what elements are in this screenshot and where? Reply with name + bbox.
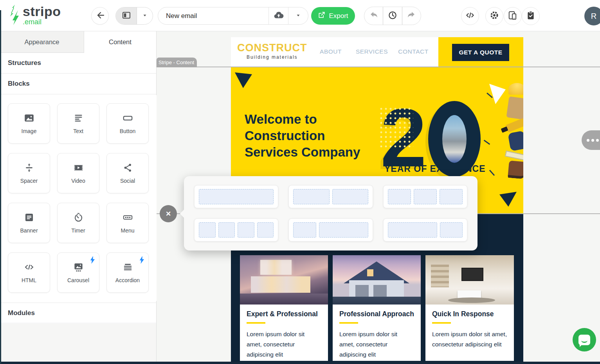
spacer-icon: [24, 162, 34, 175]
decor-nail: [486, 93, 493, 98]
blocks-label: Blocks: [8, 80, 30, 88]
hard-hat-graphic: [508, 83, 523, 95]
redo-button[interactable]: [402, 7, 421, 25]
text-icon: [73, 113, 84, 125]
decor-dot-pattern: [379, 106, 413, 149]
preview-devices-button[interactable]: [504, 7, 522, 25]
modules-label: Modules: [8, 309, 35, 317]
logo-wordmark: stripo: [23, 5, 61, 18]
structure-two-columns[interactable]: [288, 185, 373, 208]
block-banner[interactable]: Banner: [8, 203, 50, 243]
sidebar-empty-area: [0, 324, 156, 362]
window-left-edge: [0, 10, 1, 364]
service-card-1[interactable]: Expert & Professional Lorem ipsum dolor …: [240, 255, 328, 361]
stripo-logo[interactable]: stripo .email: [9, 5, 61, 27]
email-header-stripe[interactable]: CONSTRUCT Building materials ABOUT SERVI…: [231, 37, 523, 67]
section-structures[interactable]: Structures: [0, 53, 156, 74]
block-social[interactable]: Social: [106, 153, 149, 193]
export-button[interactable]: Export: [311, 7, 355, 25]
email-actions-dropdown[interactable]: [288, 7, 308, 24]
tab-content[interactable]: Content: [84, 31, 156, 53]
email-name-group: [158, 7, 308, 25]
history-button[interactable]: [383, 7, 402, 25]
support-chat-button[interactable]: [573, 328, 596, 351]
block-label: Timer: [71, 227, 85, 234]
block-label: Menu: [121, 227, 134, 234]
yellow-underline: [339, 322, 358, 324]
stripe-label-tag[interactable]: Stripe - Content: [157, 58, 197, 67]
block-html[interactable]: HTML: [8, 252, 50, 293]
code-icon: [465, 10, 475, 22]
yellow-underline: [432, 322, 451, 324]
table-shape: [458, 290, 481, 298]
decor-nail: [489, 170, 495, 176]
tab-appearance[interactable]: Appearance: [0, 31, 84, 53]
user-avatar[interactable]: R: [584, 7, 600, 25]
social-share-icon: [123, 162, 133, 175]
view-mode-toggle[interactable]: [115, 7, 153, 25]
structure-one-column[interactable]: [194, 185, 278, 208]
menu-icon: [123, 212, 133, 224]
structure-column-box: [414, 189, 437, 204]
code-editor-button[interactable]: [461, 7, 479, 25]
service-card-3[interactable]: Quick In Response Lorem ipsum dolor sit …: [425, 255, 514, 361]
header-yellow-block: GET A QUOTE: [438, 37, 523, 67]
close-popup-button[interactable]: ✕: [160, 205, 177, 222]
construct-logo: CONSTRUCT Building materials: [237, 43, 307, 60]
card-image-modern-house: [240, 255, 328, 305]
structure-column-box: [293, 222, 316, 238]
structure-one-third-two-thirds[interactable]: [288, 218, 373, 241]
construction-tools-collage: [503, 83, 523, 213]
block-timer[interactable]: Timer: [57, 203, 99, 243]
nav-link-services[interactable]: SERVICES: [356, 48, 388, 55]
history-clock-icon: [387, 10, 398, 22]
nav-link-about[interactable]: ABOUT: [320, 48, 342, 55]
layout-view-button[interactable]: [116, 7, 137, 24]
email-name-input[interactable]: [158, 12, 268, 20]
video-icon: [73, 162, 84, 175]
decor-triangle-navy-top: [235, 72, 252, 88]
back-button[interactable]: [91, 7, 109, 25]
structure-column-box: [293, 189, 329, 204]
block-spacer[interactable]: Spacer: [8, 153, 50, 193]
avatar-initial: R: [591, 12, 596, 21]
undo-button[interactable]: [364, 7, 383, 25]
checklist-button[interactable]: [522, 7, 540, 25]
structure-four-columns[interactable]: [194, 218, 278, 241]
block-label: Spacer: [20, 178, 38, 184]
block-label: HTML: [22, 277, 36, 283]
nav-link-contact[interactable]: CONTACT: [398, 48, 428, 55]
block-label: Banner: [20, 227, 38, 234]
block-accordion[interactable]: Accordion: [106, 252, 149, 293]
house-shape: [251, 276, 310, 293]
garage-shape: [355, 285, 369, 297]
block-button[interactable]: Button: [106, 103, 149, 144]
tab-appearance-label: Appearance: [25, 38, 59, 46]
hero-heading-line3: Services Company: [245, 145, 360, 159]
section-blocks[interactable]: Blocks: [0, 74, 156, 94]
hero-heading-line2: Construction: [245, 128, 325, 143]
block-video[interactable]: Video: [57, 153, 99, 193]
block-text[interactable]: Text: [57, 103, 99, 144]
block-label: Carousel: [67, 277, 89, 283]
shelf-shape: [431, 265, 449, 287]
get-a-quote-button[interactable]: GET A QUOTE: [452, 44, 509, 61]
block-carousel[interactable]: Carousel: [57, 252, 99, 293]
structure-three-columns[interactable]: [383, 185, 467, 208]
html-code-icon: [24, 262, 34, 274]
service-card-2[interactable]: Professional Approach Lorem ipsum dolor …: [333, 255, 421, 361]
settings-button[interactable]: [485, 7, 503, 25]
save-to-cloud-button[interactable]: [269, 7, 288, 24]
blocks-grid: Image Text Button Spacer Video Social Ba…: [0, 95, 157, 301]
structure-column-box: [199, 189, 274, 204]
left-panel: Appearance Content Structures Blocks Ima…: [0, 31, 157, 362]
rug-shape: [448, 297, 495, 303]
view-mode-dropdown[interactable]: [137, 7, 153, 24]
section-modules[interactable]: Modules: [0, 303, 156, 323]
block-menu[interactable]: Menu: [106, 203, 149, 243]
ellipsis-icon: [587, 139, 589, 142]
structure-two-thirds-one-third[interactable]: [383, 218, 467, 241]
flash-icon: [90, 256, 95, 266]
stripe-more-actions-button[interactable]: [582, 130, 600, 150]
block-image[interactable]: Image: [8, 103, 50, 144]
